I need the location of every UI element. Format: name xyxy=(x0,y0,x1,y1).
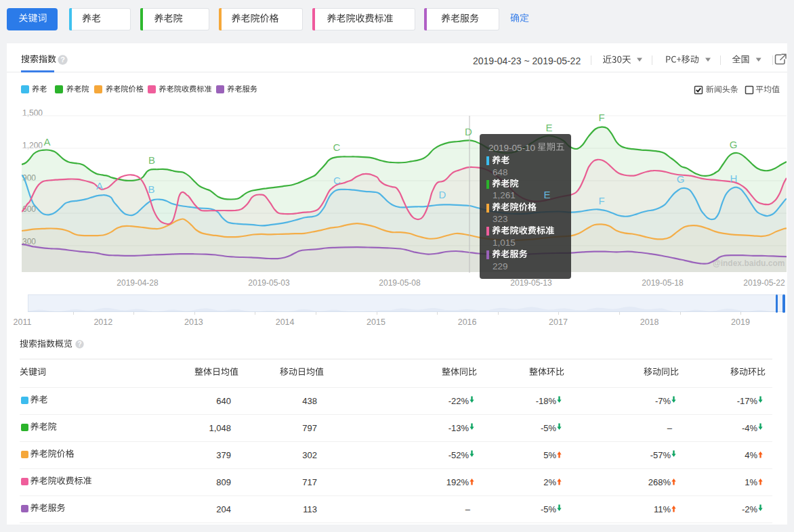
svg-text:D: D xyxy=(465,126,472,137)
svg-text:F: F xyxy=(598,195,604,206)
svg-text:?: ? xyxy=(60,56,65,64)
svg-text:C: C xyxy=(333,175,341,186)
svg-text:G: G xyxy=(730,139,738,150)
svg-text:?: ? xyxy=(77,340,81,348)
svg-text:D: D xyxy=(439,189,446,200)
svg-text:C: C xyxy=(333,141,341,153)
svg-text:E: E xyxy=(545,122,552,133)
svg-text:E: E xyxy=(543,189,550,200)
svg-text:A: A xyxy=(96,180,103,192)
svg-text:G: G xyxy=(677,173,685,185)
svg-text:B: B xyxy=(148,183,154,195)
svg-text:B: B xyxy=(148,154,155,166)
svg-text:F: F xyxy=(598,112,604,123)
svg-text:H: H xyxy=(730,173,738,184)
svg-text:A: A xyxy=(43,136,50,148)
